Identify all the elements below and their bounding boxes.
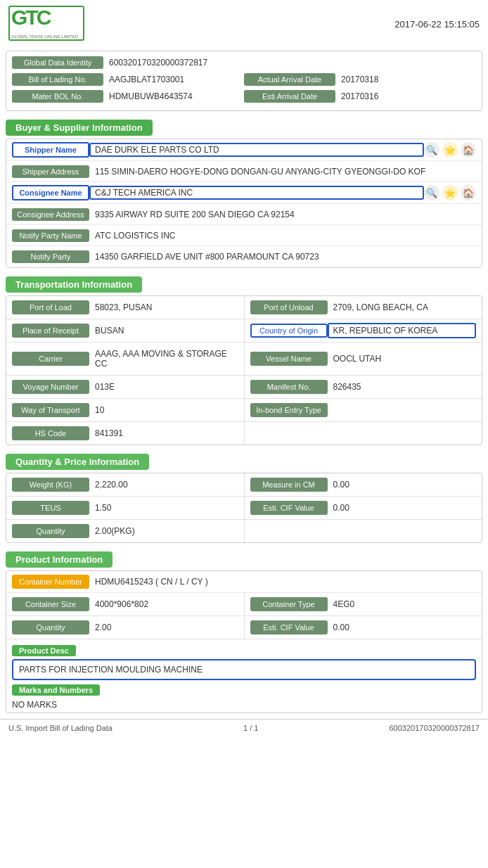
hs-code-value: 841391 xyxy=(89,426,238,441)
port-of-load-label: Port of Load xyxy=(12,300,89,314)
measure-label: Measure in CM xyxy=(250,478,328,492)
product-qty-cif-row: Quantity 2.00 Esti. CIF Value 0.00 xyxy=(6,616,482,639)
quantity-row: Quantity 2.00(PKG) xyxy=(6,520,482,542)
esti-cif-label: Esti. CIF Value xyxy=(250,501,328,515)
product-header: Product Information xyxy=(6,551,113,568)
container-type-label: Container Type xyxy=(250,597,328,611)
voyage-manifest-row: Voyage Number 013E Manifest No. 826435 xyxy=(6,376,482,399)
place-of-receipt-value: BUSAN xyxy=(89,323,238,338)
consignee-address-label: Consignee Address xyxy=(12,208,89,221)
receipt-origin-row: Place of Receipt BUSAN Country of Origin… xyxy=(6,319,482,343)
product-quantity-label: Quantity xyxy=(12,620,89,634)
product-desc-section: Product Desc PARTS FOR INJECTION MOULDIN… xyxy=(6,639,482,713)
product-quantity-value: 2.00 xyxy=(89,620,238,635)
product-esti-cif-label: Esti. CIF Value xyxy=(250,620,328,634)
product-desc-label: Product Desc xyxy=(12,645,76,656)
marks-value: NO MARKS xyxy=(6,697,482,713)
transportation-header: Transportation Information xyxy=(6,276,142,293)
container-size-label: Container Size xyxy=(12,597,89,611)
search-icon[interactable]: 🔍 xyxy=(424,185,439,200)
teus-label: TEUS xyxy=(12,501,89,515)
consignee-name-row: Consignee Name C&J TECH AMERICA INC 🔍 ⭐ … xyxy=(6,182,482,204)
product-esti-cif-value: 0.00 xyxy=(328,620,477,635)
quantity-label: Quantity xyxy=(12,524,89,538)
mater-bol-row: Mater BOL No. HDMUBUWB4643574 Esti Arriv… xyxy=(12,89,476,103)
country-of-origin-label: Country of Origin xyxy=(250,324,328,338)
product-desc-value: PARTS FOR INJECTION MOULDING MACHINE xyxy=(12,659,476,680)
shipper-address-value: 115 SIMIN-DAERO HOGYE-DONG DONGAN-GU ANY… xyxy=(89,165,476,179)
container-number-label: Container Number xyxy=(12,575,89,589)
notify-party-name-value: ATC LOGISTICS INC xyxy=(89,229,476,243)
consignee-name-label: Consignee Name xyxy=(12,185,89,200)
in-bond-entry-value xyxy=(328,407,477,413)
bill-of-lading-label: Bill of Lading No. xyxy=(12,73,103,86)
star-icon[interactable]: ⭐ xyxy=(442,185,458,200)
actual-arrival-label: Actual Arrival Date xyxy=(244,73,335,86)
hs-code-row: HS Code 841391 xyxy=(6,422,482,445)
bill-of-lading-value: AAGJBLAT1703001 xyxy=(103,72,190,87)
marks-label: Marks and Numbers xyxy=(12,684,100,696)
container-type-value: 4EG0 xyxy=(328,596,477,612)
mater-bol-label: Mater BOL No. xyxy=(12,90,103,103)
quantity-value: 2.00(PKG) xyxy=(89,523,238,539)
global-data-row: Global Data Identity 6003201703200003728… xyxy=(12,56,476,70)
port-of-load-value: 58023, PUSAN xyxy=(89,300,238,315)
star-icon[interactable]: ⭐ xyxy=(442,142,458,158)
container-number-value: HDMU6415243 ( CN / L / CY ) xyxy=(89,574,476,589)
place-of-receipt-label: Place of Receipt xyxy=(12,324,89,338)
search-icon[interactable]: 🔍 xyxy=(424,142,439,158)
buyer-supplier-header: Buyer & Supplier Information xyxy=(6,120,153,136)
hs-code-label: HS Code xyxy=(12,426,89,440)
product-card: Container Number HDMU6415243 ( CN / L / … xyxy=(6,570,482,713)
in-bond-entry-label: In-bond Entry Type xyxy=(250,403,328,417)
weight-value: 2,220.00 xyxy=(89,477,238,492)
actual-arrival-value: 20170318 xyxy=(335,72,384,87)
consignee-address-row: Consignee Address 9335 AIRWAY RD SUITE 2… xyxy=(6,204,482,225)
carrier-value: AAAG, AAA MOVING & STORAGE CC xyxy=(89,346,238,371)
shipper-name-value: DAE DURK ELE PARTS CO LTD xyxy=(89,143,424,157)
quantity-price-header: Quantity & Price Information xyxy=(6,454,149,470)
measure-value: 0.00 xyxy=(328,477,477,492)
footer-center: 1 / 1 xyxy=(243,724,258,732)
port-of-unload-label: Port of Unload xyxy=(250,300,328,314)
transport-inbond-row: Way of Transport 10 In-bond Entry Type xyxy=(6,399,482,422)
company-logo: GTC GLOBAL TRADE ONLINE LIMITED xyxy=(8,6,86,42)
country-of-origin-value: KR, REPUBLIC OF KOREA xyxy=(328,323,477,338)
global-data-value: 600320170320000372817 xyxy=(103,56,213,70)
home-icon[interactable]: 🏠 xyxy=(461,142,476,158)
esti-cif-value: 0.00 xyxy=(328,500,477,516)
way-of-transport-value: 10 xyxy=(89,402,238,418)
vessel-name-label: Vessel Name xyxy=(250,352,328,366)
transportation-card: Port of Load 58023, PUSAN Port of Unload… xyxy=(6,295,482,445)
port-of-unload-value: 2709, LONG BEACH, CA xyxy=(328,300,477,315)
timestamp: 2017-06-22 15:15:05 xyxy=(394,19,480,30)
teus-value: 1.50 xyxy=(89,500,238,516)
weight-label: Weight (KG) xyxy=(12,478,89,492)
weight-measure-row: Weight (KG) 2,220.00 Measure in CM 0.00 xyxy=(6,473,482,497)
mater-bol-value: HDMUBUWB4643574 xyxy=(103,89,198,103)
port-row: Port of Load 58023, PUSAN Port of Unload… xyxy=(6,296,482,319)
container-size-type-row: Container Size 4000*906*802 Container Ty… xyxy=(6,593,482,616)
container-number-row: Container Number HDMU6415243 ( CN / L / … xyxy=(6,571,482,593)
home-icon[interactable]: 🏠 xyxy=(461,185,476,200)
buyer-supplier-card: Shipper Name DAE DURK ELE PARTS CO LTD 🔍… xyxy=(6,139,482,268)
voyage-number-value: 013E xyxy=(89,379,238,395)
manifest-no-label: Manifest No. xyxy=(250,380,328,394)
notify-party-name-label: Notify Party Name xyxy=(12,229,89,242)
footer-left: U.S. Import Bill of Lading Data xyxy=(8,724,113,732)
logo-area: GTC GLOBAL TRADE ONLINE LIMITED xyxy=(8,6,86,42)
bol-row: Bill of Lading No. AAGJBLAT1703001 Actua… xyxy=(12,72,476,87)
carrier-label: Carrier xyxy=(12,352,89,366)
page-footer: U.S. Import Bill of Lading Data 1 / 1 60… xyxy=(0,719,488,736)
shipper-address-label: Shipper Address xyxy=(12,165,89,178)
voyage-number-label: Voyage Number xyxy=(12,380,89,394)
shipper-name-row: Shipper Name DAE DURK ELE PARTS CO LTD 🔍… xyxy=(6,139,482,161)
consignee-name-value: C&J TECH AMERICA INC xyxy=(89,186,424,200)
footer-right: 600320170320000372817 xyxy=(390,724,480,732)
way-of-transport-label: Way of Transport xyxy=(12,403,89,417)
esti-arrival-label: Esti Arrival Date xyxy=(244,90,335,103)
shipper-name-label: Shipper Name xyxy=(12,142,89,158)
shipper-address-row: Shipper Address 115 SIMIN-DAERO HOGYE-DO… xyxy=(6,161,482,182)
page-header: GTC GLOBAL TRADE ONLINE LIMITED 2017-06-… xyxy=(0,0,488,48)
consignee-address-value: 9335 AIRWAY RD SUITE 200 SAN DIEGO CA 92… xyxy=(89,208,476,222)
